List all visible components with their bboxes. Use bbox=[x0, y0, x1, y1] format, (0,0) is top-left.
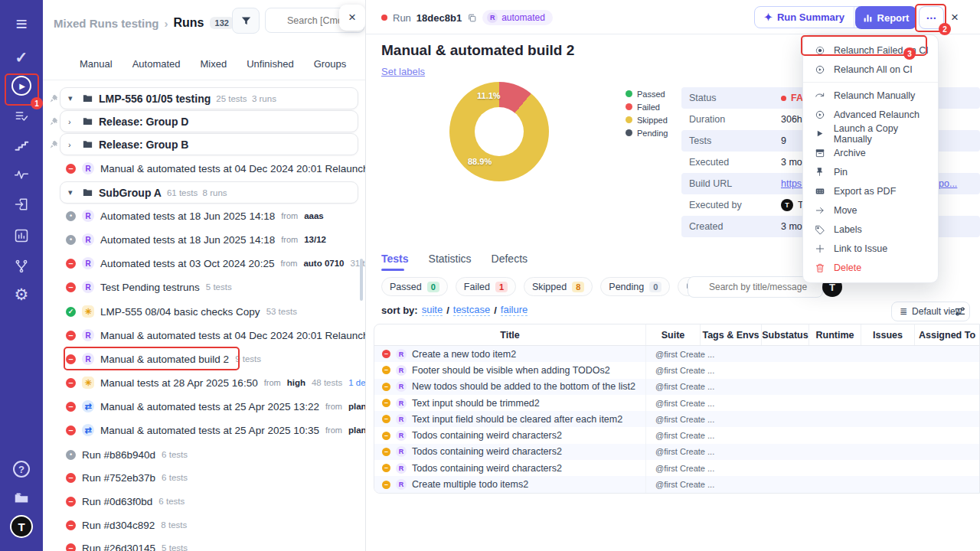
run-list-item[interactable]: Run #26d30145 5 tests bbox=[43, 536, 366, 551]
test-row[interactable]: Todos containing weird characters2 @firs… bbox=[374, 460, 979, 476]
branches-icon[interactable] bbox=[0, 255, 43, 278]
col-assigned-to[interactable]: Assigned To bbox=[915, 324, 979, 345]
tab-tests[interactable]: Tests bbox=[381, 253, 409, 265]
test-row[interactable]: Text input should be trimmed2 @first Cre… bbox=[374, 395, 979, 411]
automated-run-icon bbox=[487, 12, 498, 23]
col-runtime[interactable]: Runtime bbox=[809, 324, 861, 345]
test-row[interactable]: Create a new todo item2 @first Create ..… bbox=[374, 346, 979, 362]
automated-test-icon bbox=[396, 446, 407, 457]
run-list-item[interactable]: Automated tests at 03 Oct 2024 20:25 fro… bbox=[43, 252, 366, 275]
menu-item-delete[interactable]: Delete bbox=[803, 258, 938, 277]
run-list-item[interactable]: Manual & automated tests at 25 Apr 2025 … bbox=[43, 395, 366, 418]
run-list-item[interactable]: Manual tests at 28 Apr 2025 16:50 from h… bbox=[43, 371, 366, 394]
run-list-item[interactable]: Run #752eb37b 6 tests bbox=[43, 466, 366, 489]
tab-defects[interactable]: Defects bbox=[492, 253, 528, 265]
run-list-item[interactable]: Manual & automated tests at 25 Apr 2025 … bbox=[43, 419, 366, 442]
run-group-release-d[interactable]: › Release: Group D bbox=[43, 110, 366, 133]
from-label: from bbox=[325, 425, 342, 435]
menu-item-relaunch-manually[interactable]: Relaunch Manually bbox=[803, 86, 938, 105]
run-group-lmp556[interactable]: ▾ LMP-556 01/05 testing 25 tests 3 runs bbox=[43, 87, 366, 110]
skipped-legend-dot bbox=[626, 116, 632, 123]
chevron-right-icon[interactable]: › bbox=[68, 140, 77, 149]
chevron-down-icon[interactable]: ▾ bbox=[68, 93, 77, 103]
run-list-item[interactable]: LMP-555 08/04 basic checks Copy 53 tests bbox=[43, 300, 366, 323]
sign-in-icon[interactable] bbox=[0, 193, 43, 216]
sort-suite-link[interactable]: suite bbox=[422, 304, 443, 316]
menu-item-label: Labels bbox=[834, 224, 862, 235]
run-list-item[interactable]: Test Pending testruns 5 tests bbox=[43, 276, 366, 298]
help-icon[interactable]: ? bbox=[0, 458, 43, 481]
test-row[interactable]: New todos should be added to the bottom … bbox=[374, 379, 979, 395]
sort-testcase-link[interactable]: testcase bbox=[453, 304, 490, 316]
sliders-icon[interactable] bbox=[954, 305, 966, 318]
hamburger-menu-icon[interactable]: ≡ bbox=[0, 12, 43, 35]
col-issues[interactable]: Issues bbox=[861, 324, 915, 345]
breadcrumb-project[interactable]: Mixed Runs testing bbox=[54, 17, 159, 30]
close-icon[interactable]: × bbox=[951, 10, 959, 25]
failed-filter-pill[interactable]: Failed1 bbox=[456, 277, 516, 296]
filter-manual[interactable]: Manual bbox=[80, 58, 113, 70]
run-list-item[interactable]: Manual & automated tests at 04 Dec 2024 … bbox=[43, 324, 366, 347]
test-row[interactable]: Todos containing weird characters2 @firs… bbox=[374, 444, 979, 460]
run-list-item[interactable]: Run #d304c892 8 tests bbox=[43, 514, 366, 536]
col-tags-envs[interactable]: Tags & Envs bbox=[701, 324, 762, 345]
col-suite[interactable]: Suite bbox=[646, 324, 701, 345]
chevron-down-icon[interactable]: ▾ bbox=[68, 187, 77, 197]
from-label: from bbox=[325, 402, 342, 411]
run-group-release-b[interactable]: › Release: Group B bbox=[43, 133, 366, 156]
run-list-item[interactable]: Manual & automated tests at 04 Dec 2024 … bbox=[43, 157, 366, 180]
run-list-item[interactable]: Automated tests at 18 Jun 2025 14:18 fro… bbox=[43, 228, 366, 251]
test-suite: @first Create ... bbox=[646, 395, 701, 411]
pending-filter-pill[interactable]: Pending0 bbox=[600, 277, 670, 296]
filter-mixed[interactable]: Mixed bbox=[201, 58, 227, 70]
tests-nav-check-icon[interactable]: ✓ bbox=[0, 46, 43, 69]
run-title: Run #0d63f0bd bbox=[82, 496, 152, 507]
menu-item-launch-copy[interactable]: Launch a Copy Manually bbox=[803, 124, 938, 143]
tests-search-input[interactable] bbox=[688, 276, 823, 298]
menu-item-pin[interactable]: Pin bbox=[803, 162, 938, 181]
set-labels-link[interactable]: Set labels bbox=[381, 66, 425, 77]
col-title[interactable]: Title bbox=[374, 324, 646, 345]
test-row[interactable]: Create multiple todo items2 @first Creat… bbox=[374, 476, 979, 492]
filter-automated[interactable]: Automated bbox=[132, 58, 181, 70]
tab-statistics[interactable]: Statistics bbox=[429, 253, 472, 265]
col-substatus[interactable]: Substatus bbox=[762, 324, 809, 345]
report-button[interactable]: Report bbox=[855, 6, 916, 29]
panel-close-button[interactable]: × bbox=[339, 5, 365, 31]
menu-item-export-pdf[interactable]: Export as PDF bbox=[803, 181, 938, 201]
activity-pulse-icon[interactable] bbox=[0, 163, 43, 186]
sort-failure-link[interactable]: failure bbox=[501, 304, 528, 316]
run-group-subgroup-a[interactable]: ▾ SubGroup A 61 tests 8 runs bbox=[43, 181, 366, 204]
test-row[interactable]: Text input field should be cleared after… bbox=[374, 411, 979, 427]
scrollbar-thumb[interactable] bbox=[360, 259, 363, 301]
chevron-right-icon[interactable]: › bbox=[68, 117, 77, 126]
menu-item-label: Pin bbox=[834, 167, 848, 178]
test-row[interactable]: Footer should be visible when adding TOD… bbox=[374, 362, 979, 378]
filter-unfinished[interactable]: Unfinished bbox=[247, 58, 293, 70]
filter-button[interactable] bbox=[232, 8, 260, 34]
reports-chart-icon[interactable] bbox=[0, 224, 43, 247]
menu-item-relaunch-all-ci[interactable]: Relaunch All on CI bbox=[803, 60, 938, 79]
run-defects[interactable]: 1 defects bbox=[348, 378, 366, 387]
status-filter-pills: Passed0 Failed1 Skipped8 Pending0 1 bbox=[381, 277, 715, 296]
build-url-link-end[interactable]: po... bbox=[939, 178, 957, 189]
run-list-item[interactable]: Run #b86b940d 6 tests bbox=[43, 443, 366, 466]
user-avatar[interactable]: T bbox=[0, 515, 43, 538]
settings-gear-icon[interactable]: ⚙ bbox=[0, 283, 43, 306]
menu-item-link-to-issue[interactable]: Link to Issue bbox=[803, 239, 938, 258]
skipped-filter-pill[interactable]: Skipped8 bbox=[524, 277, 593, 296]
passed-filter-pill[interactable]: Passed0 bbox=[381, 277, 448, 296]
menu-item-labels[interactable]: Labels bbox=[803, 220, 938, 239]
copy-icon[interactable] bbox=[467, 13, 477, 23]
filter-groups[interactable]: Groups bbox=[314, 58, 347, 70]
projects-folder-icon[interactable] bbox=[0, 486, 43, 509]
run-list-item[interactable]: Automated tests at 18 Jun 2025 14:18 fro… bbox=[43, 204, 366, 227]
milestones-stairs-icon[interactable] bbox=[0, 134, 43, 157]
run-list-item[interactable]: Run #0d63f0bd 6 tests bbox=[43, 490, 366, 513]
menu-item-move[interactable]: Move bbox=[803, 201, 938, 220]
test-suite: @first Create ... bbox=[646, 460, 701, 476]
menu-item-advanced-relaunch[interactable]: Advanced Relaunch bbox=[803, 105, 938, 124]
menu-item-archive[interactable]: Archive bbox=[803, 143, 938, 162]
test-row[interactable]: Todos containing weird characters2 @firs… bbox=[374, 427, 979, 443]
legend-label: Pending bbox=[637, 129, 668, 138]
